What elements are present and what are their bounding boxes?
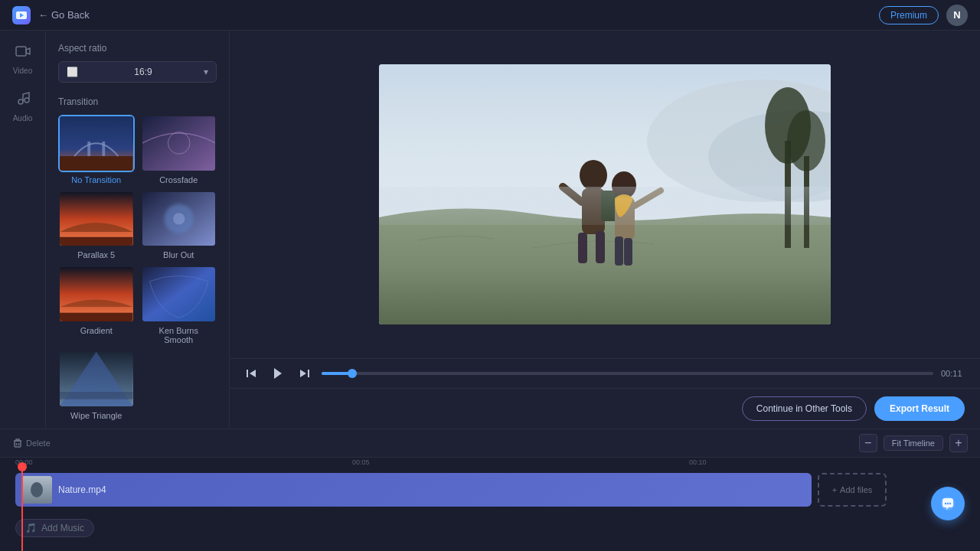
aspect-ratio-icon: ⬜ — [67, 67, 78, 77]
transition-label-blur-out: Blur Out — [163, 250, 194, 259]
svg-marker-45 — [300, 370, 306, 377]
transition-title: Transition — [58, 96, 217, 107]
timeline-playhead — [21, 467, 23, 551]
sidebar-item-video-label: Video — [13, 67, 32, 75]
timeline-area: Delete − Fit Timeline + 00:00 00:05 00:1… — [0, 429, 980, 551]
transition-item-no-transition[interactable]: No Transition — [58, 115, 135, 184]
timeline-ruler: 00:00 00:05 00:10 — [0, 458, 980, 467]
skip-forward-button[interactable] — [296, 366, 314, 381]
clip-name: Nature.mp4 — [58, 484, 106, 495]
svg-point-51 — [31, 482, 43, 497]
continue-button[interactable]: Continue in Other Tools — [742, 396, 867, 421]
video-icon — [15, 43, 31, 64]
topbar-right: Premium N — [879, 5, 968, 26]
transition-thumb-ken-burns-smooth — [141, 266, 217, 323]
chat-fab-button[interactable] — [931, 487, 965, 520]
audio-track: 🎵 Add Music — [15, 511, 965, 545]
svg-rect-46 — [308, 370, 309, 377]
app-icon — [12, 6, 31, 24]
svg-point-40 — [787, 110, 825, 171]
timeline-tracks: Nature.mp4 + Add files 🎵 Add Music — [0, 467, 980, 551]
transition-item-crossfade[interactable]: Crossfade — [141, 115, 217, 184]
svg-point-4 — [18, 99, 23, 104]
transition-thumb-no-transition — [58, 115, 135, 172]
audio-icon — [14, 90, 31, 111]
svg-rect-41 — [379, 187, 831, 225]
music-icon: 🎵 — [25, 523, 37, 533]
svg-point-55 — [949, 503, 951, 504]
svg-point-26 — [580, 160, 607, 191]
transition-thumb-wipe-triangle — [58, 350, 135, 408]
ruler-mark-10: 00:10 — [689, 458, 707, 466]
go-back-arrow-icon: ← — [38, 9, 48, 21]
add-music-label: Add Music — [41, 523, 84, 533]
svg-rect-29 — [596, 231, 605, 263]
transition-thumb-crossfade — [141, 115, 217, 172]
transition-item-wipe-triangle[interactable]: Wipe Triangle — [58, 350, 135, 420]
transition-grid: No Transition — [58, 115, 217, 420]
premium-button[interactable]: Premium — [879, 6, 939, 24]
go-back-button[interactable]: ← Go Back — [38, 9, 90, 21]
svg-rect-34 — [615, 236, 623, 266]
export-button[interactable]: Export Result — [874, 396, 965, 421]
left-panel: Aspect ratio ⬜ 16:9 ▾ Transition — [46, 31, 230, 429]
sidebar-icons: Video Audio — [0, 31, 46, 429]
svg-rect-9 — [102, 142, 105, 156]
transition-label-crossfade: Crossfade — [159, 175, 198, 184]
aspect-ratio-select[interactable]: ⬜ 16:9 ▾ — [58, 61, 217, 83]
transition-item-ken-burns-smooth[interactable]: Ken BurnsSmooth — [141, 266, 217, 344]
svg-point-54 — [947, 503, 949, 504]
svg-rect-7 — [60, 156, 133, 171]
transition-thumb-blur-out — [141, 191, 217, 248]
chevron-down-icon: ▾ — [204, 67, 208, 77]
delete-button[interactable]: Delete — [12, 438, 51, 448]
svg-point-16 — [173, 213, 185, 224]
add-files-plus-icon: + — [832, 485, 837, 494]
transition-item-blur-out[interactable]: Blur Out — [141, 191, 217, 260]
delete-label: Delete — [26, 439, 51, 448]
svg-rect-42 — [247, 370, 248, 377]
preview-area: 00:11 Continue in Other Tools Export Res… — [230, 31, 980, 429]
time-display: 00:11 — [941, 369, 968, 378]
add-files-label: Add files — [840, 485, 872, 494]
add-music-button[interactable]: 🎵 Add Music — [15, 519, 94, 537]
svg-rect-2 — [16, 47, 26, 56]
svg-rect-8 — [87, 142, 90, 156]
svg-rect-22 — [60, 392, 133, 399]
svg-rect-10 — [142, 116, 216, 171]
timeline-zoom-out-button[interactable]: − — [859, 434, 877, 452]
topbar-left: ← Go Back — [12, 6, 90, 24]
transition-label-wipe-triangle: Wipe Triangle — [70, 411, 122, 420]
add-files-button[interactable]: + Add files — [818, 473, 887, 507]
controls-bar: 00:11 — [230, 358, 980, 388]
video-track: Nature.mp4 + Add files — [15, 473, 965, 507]
timeline-zoom-in-button[interactable]: + — [949, 434, 968, 452]
timeline-header: Delete − Fit Timeline + — [0, 429, 980, 458]
user-avatar[interactable]: N — [946, 5, 968, 26]
skip-back-button[interactable] — [242, 366, 260, 381]
aspect-ratio-value: 16:9 — [134, 67, 152, 77]
progress-bar[interactable] — [322, 372, 933, 375]
transition-thumb-gradient — [58, 266, 135, 323]
svg-rect-18 — [60, 313, 133, 321]
transition-item-gradient[interactable]: Gradient — [58, 266, 135, 344]
sidebar-item-audio[interactable]: Audio — [13, 90, 33, 122]
timeline-controls-right: − Fit Timeline + — [859, 434, 968, 452]
video-preview-container — [230, 31, 980, 358]
sidebar-item-audio-label: Audio — [13, 114, 33, 122]
svg-point-5 — [24, 98, 29, 103]
aspect-ratio-title: Aspect ratio — [58, 43, 217, 54]
video-preview — [379, 64, 831, 324]
svg-marker-3 — [26, 48, 30, 54]
sidebar-item-video[interactable]: Video — [13, 43, 32, 75]
video-clip[interactable]: Nature.mp4 — [15, 473, 812, 507]
progress-thumb — [348, 369, 357, 378]
play-button[interactable] — [268, 365, 288, 382]
svg-rect-13 — [60, 236, 133, 246]
svg-rect-47 — [15, 441, 21, 447]
transition-label-gradient: Gradient — [80, 326, 113, 335]
go-back-label: Go Back — [51, 9, 90, 21]
transition-label-no-transition: No Transition — [71, 175, 121, 184]
timeline-fit-button[interactable]: Fit Timeline — [884, 435, 943, 451]
transition-item-parallax5[interactable]: Parallax 5 — [58, 191, 135, 260]
